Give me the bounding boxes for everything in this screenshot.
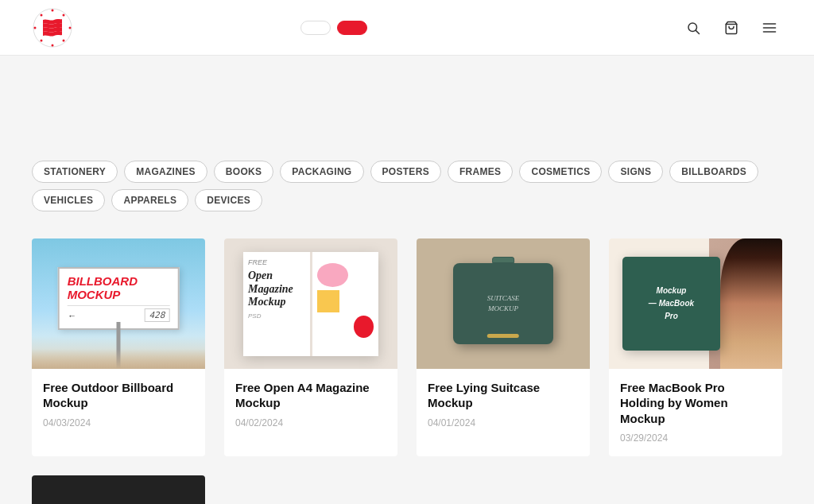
account-link[interactable] xyxy=(431,21,453,34)
mockup-date: 04/02/2024 xyxy=(235,417,386,428)
svg-line-10 xyxy=(696,30,699,33)
hero-section xyxy=(0,56,814,146)
main-nav xyxy=(300,21,453,35)
mockup-date: 04/03/2024 xyxy=(43,417,194,428)
svg-point-1 xyxy=(52,9,54,11)
svg-point-5 xyxy=(52,44,54,46)
mockup-card-billboard[interactable]: BILLBOARDMOCKUP ← 428 Free Outdoor Billb… xyxy=(32,238,205,456)
mockup-title: Free Lying Suitcase Mockup xyxy=(428,380,579,411)
category-tag-books[interactable]: BOOKS xyxy=(214,161,274,183)
category-tag-magazines[interactable]: MAGAZINES xyxy=(124,161,207,183)
svg-point-6 xyxy=(41,39,43,41)
mockup-card-magazine[interactable]: FREE OpenMagazineMockup PSD Free Open A4… xyxy=(224,238,397,456)
svg-point-4 xyxy=(63,39,65,41)
hero-description xyxy=(32,105,445,122)
font-deals-link[interactable] xyxy=(374,21,396,34)
mockup-grid: BILLBOARDMOCKUP ← 428 Free Outdoor Billb… xyxy=(0,231,814,504)
free-mockups-link[interactable] xyxy=(337,21,367,35)
svg-point-8 xyxy=(41,14,43,16)
category-tag-apparels[interactable]: APPARELS xyxy=(111,189,188,211)
category-tag-posters[interactable]: POSTERS xyxy=(370,161,441,183)
category-filter: STATIONERYMAGAZINESBOOKSPACKAGINGPOSTERS… xyxy=(0,146,814,231)
graphics-link[interactable] xyxy=(402,21,424,34)
svg-point-3 xyxy=(69,26,72,29)
mockup-date: 03/29/2024 xyxy=(620,432,771,444)
menu-button[interactable] xyxy=(757,15,782,41)
premium-mockups-link[interactable] xyxy=(300,21,331,35)
category-tag-packaging[interactable]: PACKAGING xyxy=(280,161,363,183)
header-icons xyxy=(680,15,782,41)
header xyxy=(0,0,814,56)
category-tag-vehicles[interactable]: VEHICLES xyxy=(32,189,105,211)
search-button[interactable] xyxy=(680,15,706,41)
category-tag-stationery[interactable]: STATIONERY xyxy=(32,161,118,183)
category-tag-frames[interactable]: FRAMES xyxy=(448,161,513,183)
mockup-card-macbook[interactable]: Mockup— MacBookPro Free MacBook Pro Hold… xyxy=(609,238,782,456)
category-tag-signs[interactable]: SIGNS xyxy=(608,161,663,183)
mockup-card-suitcase[interactable]: SUITCASEMOCKUP Free Lying Suitcase Mocku… xyxy=(417,238,590,456)
mockup-title: Free Open A4 Magazine Mockup xyxy=(235,380,386,411)
mockup-date: 04/01/2024 xyxy=(428,417,579,428)
svg-point-7 xyxy=(34,26,37,29)
svg-point-2 xyxy=(63,14,65,16)
cart-button[interactable] xyxy=(719,15,744,41)
mockup-title: Free MacBook Pro Holding by Women Mockup xyxy=(620,380,771,427)
mockup-title: Free Outdoor Billboard Mockup xyxy=(43,380,194,411)
category-tag-devices[interactable]: DEVICES xyxy=(195,189,262,211)
mockup-card-folder[interactable]: FOLDER MOCKUP Free Folder Mockup 03/28/2… xyxy=(32,475,205,504)
logo[interactable] xyxy=(32,7,73,48)
category-tag-cosmetics[interactable]: COSMETICS xyxy=(519,161,602,183)
category-tag-billboards[interactable]: BILLBOARDS xyxy=(669,161,758,183)
